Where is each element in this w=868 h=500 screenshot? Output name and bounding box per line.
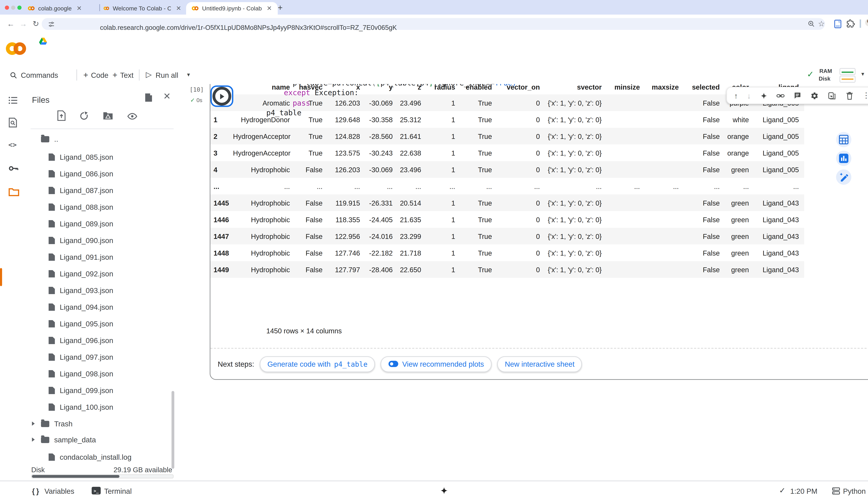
extensions-icon[interactable] (846, 20, 855, 28)
run-all-button[interactable]: Run all (156, 71, 178, 79)
code-editor[interactable]: p4_table=pd.concat([p4_table,p4],ignore_… (266, 84, 517, 118)
code-cell[interactable]: p4_table=pd.concat([p4_table,p4],ignore_… (209, 84, 868, 380)
row-index: 1446 (210, 211, 233, 228)
delete-cell-icon[interactable] (846, 91, 853, 100)
table-cell: 122.956 (328, 228, 365, 245)
tab-close-icon[interactable]: ✕ (267, 5, 272, 12)
move-cell-up-icon[interactable]: ↑ (734, 91, 738, 100)
sparkle-icon[interactable] (440, 486, 448, 496)
bookmark-star-icon[interactable]: ☆ (818, 19, 825, 28)
gemini-cell-icon[interactable] (760, 91, 767, 100)
view-recommended-plots-button[interactable]: View recommended plots (381, 356, 492, 372)
log-file-item[interactable]: condacolab_install.log (26, 449, 172, 465)
reload-icon[interactable]: ↻ (33, 20, 39, 29)
table-cell: Hydrophobic (233, 245, 295, 261)
reading-list-icon[interactable] (834, 20, 842, 29)
new-tab-button[interactable]: + (278, 3, 283, 12)
list-item[interactable]: Ligand_100.json (26, 399, 172, 414)
interactive-table-button[interactable] (836, 132, 851, 147)
back-icon[interactable]: ← (7, 20, 14, 28)
row-index: 1 (210, 111, 233, 128)
tab-close-icon[interactable]: ✕ (176, 5, 181, 12)
run-cell-button[interactable] (210, 86, 233, 107)
list-item[interactable]: Ligand_086.json (26, 166, 172, 181)
hidden-files-eye-icon[interactable] (127, 113, 137, 120)
execution-time: ✓ 0s (190, 97, 203, 103)
site-settings-icon[interactable] (48, 21, 55, 27)
table-cell: green (724, 211, 754, 228)
code-snippets-icon[interactable]: <> (8, 141, 17, 149)
new-interactive-sheet-button[interactable]: New interactive sheet (497, 356, 582, 372)
zoom-icon[interactable] (808, 20, 815, 27)
link-cell-icon[interactable] (776, 91, 785, 100)
window-zoom-button[interactable] (18, 5, 22, 10)
upload-file-icon[interactable] (57, 111, 66, 121)
url-field[interactable]: colab.research.google.com/drive/1r-O5fX1… (42, 18, 825, 30)
mirror-cell-icon[interactable] (828, 91, 836, 100)
hide-panel-icon[interactable] (145, 93, 153, 102)
move-cell-down-icon[interactable]: ↓ (747, 91, 751, 100)
generate-code-button[interactable] (836, 169, 851, 185)
table-cell: Hydrophobic (233, 194, 295, 211)
files-scrollbar[interactable] (172, 391, 174, 469)
browser-tab-active[interactable]: Untitled9.ipynb - Colab ✕ (186, 2, 278, 14)
plots-eye-icon (388, 361, 399, 367)
list-item[interactable]: Ligand_096.json (26, 333, 172, 348)
table-cell: True (295, 145, 328, 161)
list-item[interactable]: Ligand_095.json (26, 316, 172, 331)
list-item[interactable]: Ligand_088.json (26, 199, 172, 215)
more-actions-icon[interactable]: ⋮ (862, 91, 868, 100)
list-item[interactable]: Ligand_087.json (26, 183, 172, 198)
refresh-icon[interactable] (79, 111, 89, 121)
table-cell: False (295, 245, 328, 261)
table-of-contents-icon[interactable] (8, 96, 18, 105)
add-text-button[interactable]: Text (120, 71, 134, 79)
files-folder-icon[interactable] (8, 188, 20, 196)
browser-profile-avatar[interactable] (865, 19, 868, 26)
parent-dir-item[interactable]: .. (26, 131, 172, 147)
mount-drive-icon[interactable] (103, 111, 113, 120)
list-item[interactable]: Ligand_089.json (26, 216, 172, 231)
variables-button[interactable]: Variables (44, 487, 74, 495)
sample-data-folder-item[interactable]: sample_data (26, 432, 172, 447)
list-item[interactable]: Ligand_094.json (26, 299, 172, 315)
window-minimize-button[interactable] (11, 5, 15, 10)
suggest-charts-button[interactable] (836, 151, 851, 166)
generate-code-with-table-button[interactable]: Generate code with p4_table (260, 356, 375, 372)
find-replace-icon[interactable] (8, 117, 18, 128)
resources-dropdown-icon[interactable]: ▼ (860, 71, 865, 76)
list-item[interactable]: Ligand_093.json (26, 283, 172, 298)
expand-chevron-icon[interactable] (32, 438, 35, 442)
run-all-dropdown-icon[interactable]: ▼ (186, 72, 191, 77)
commands-button[interactable]: Commands (21, 71, 58, 79)
list-item[interactable]: Ligand_085.json (26, 149, 172, 164)
tab-close-icon[interactable]: ✕ (77, 5, 82, 12)
trash-folder-item[interactable]: Trash (26, 416, 172, 431)
kernel-selector[interactable]: Python 3 (843, 487, 868, 495)
table-cell: Ligand_005 (754, 161, 804, 178)
list-item[interactable]: Ligand_097.json (26, 349, 172, 365)
forward-icon[interactable]: → (20, 20, 27, 28)
comment-cell-icon[interactable] (794, 92, 801, 99)
list-item[interactable]: Ligand_092.json (26, 266, 172, 281)
list-item[interactable]: Ligand_099.json (26, 383, 172, 398)
disk-meter[interactable] (840, 76, 856, 83)
terminal-button[interactable]: Terminal (104, 487, 132, 495)
list-item[interactable]: Ligand_090.json (26, 232, 172, 248)
expand-chevron-icon[interactable] (32, 421, 35, 426)
table-cell: {'x': 1, 'y': 0, 'z': 0} (545, 161, 607, 178)
browser-tab-1[interactable]: colab.google ✕ (28, 2, 92, 14)
table-cell: green (724, 161, 754, 178)
list-item[interactable]: Ligand_098.json (26, 366, 172, 381)
list-item[interactable]: Ligand_091.json (26, 249, 172, 264)
window-close-button[interactable] (5, 5, 9, 10)
file-icon (49, 320, 55, 327)
add-code-button[interactable]: Code (91, 71, 108, 79)
ram-meter[interactable] (840, 68, 856, 75)
cell-settings-icon[interactable] (811, 91, 819, 100)
table-row: 1448HydrophobicFalse127.746-22.18221.718… (210, 245, 804, 261)
table-cell: 0 (497, 194, 545, 211)
close-panel-icon[interactable]: ✕ (163, 91, 171, 101)
secrets-key-icon[interactable] (8, 164, 19, 173)
browser-tab-2[interactable]: Welcome To Colab - Colab ✕ (103, 2, 181, 14)
